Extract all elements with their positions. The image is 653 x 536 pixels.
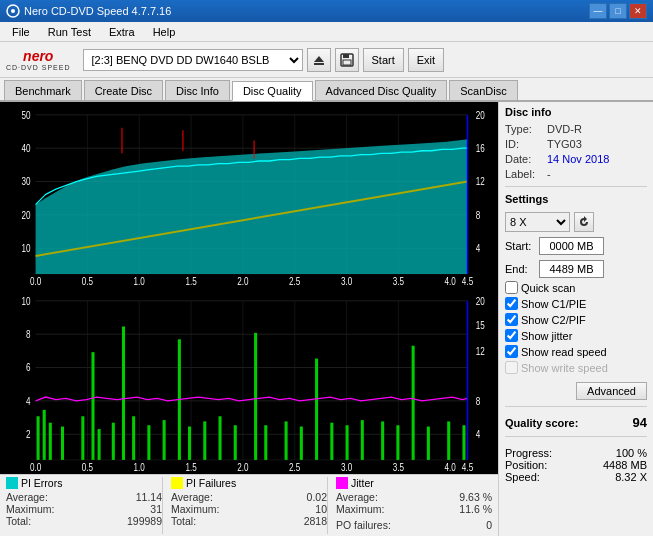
disc-date-row: Date: 14 Nov 2018 — [505, 153, 647, 165]
start-mb-input[interactable] — [539, 237, 604, 255]
show-read-speed-checkbox[interactable] — [505, 345, 518, 358]
pi-failures-total-value: 2818 — [304, 515, 327, 527]
upper-chart: 50 40 30 20 10 20 16 12 8 4 0.0 0.5 — [0, 102, 498, 288]
svg-text:8: 8 — [476, 396, 481, 407]
svg-rect-72 — [147, 425, 150, 460]
show-jitter-checkbox[interactable] — [505, 329, 518, 342]
drive-select[interactable]: [2:3] BENQ DVD DD DW1640 BSLB — [83, 49, 303, 71]
svg-rect-3 — [314, 63, 324, 65]
pi-errors-total-value: 199989 — [127, 515, 162, 527]
pi-failures-average-label: Average: — [171, 491, 213, 503]
tab-advanced-disc-quality[interactable]: Advanced Disc Quality — [315, 80, 448, 100]
show-jitter-row: Show jitter — [505, 329, 647, 342]
quick-scan-checkbox[interactable] — [505, 281, 518, 294]
logo-sub: CD·DVD SPEED — [6, 64, 71, 71]
disc-id-value: TYG03 — [547, 138, 582, 150]
quick-scan-label: Quick scan — [521, 282, 575, 294]
svg-text:1.0: 1.0 — [134, 277, 145, 288]
svg-text:15: 15 — [476, 320, 485, 331]
svg-text:0.5: 0.5 — [82, 463, 93, 474]
svg-rect-69 — [112, 423, 115, 460]
minimize-button[interactable]: — — [589, 3, 607, 19]
tab-disc-info[interactable]: Disc Info — [165, 80, 230, 100]
disc-label-label: Label: — [505, 168, 543, 180]
pi-failures-stats: PI Failures Average: 0.02 Maximum: 10 To… — [162, 477, 327, 534]
svg-rect-88 — [396, 425, 399, 460]
title-bar: Nero CD-DVD Speed 4.7.7.16 — □ ✕ — [0, 0, 653, 22]
svg-text:4.0: 4.0 — [445, 277, 456, 288]
pi-errors-total-label: Total: — [6, 515, 31, 527]
show-jitter-label: Show jitter — [521, 330, 572, 342]
progress-section: Progress: 100 % Position: 4488 MB Speed:… — [505, 447, 647, 483]
jitter-average-value: 9.63 % — [459, 491, 492, 503]
svg-rect-65 — [61, 427, 64, 460]
jitter-legend-label: Jitter — [351, 477, 374, 489]
show-write-speed-checkbox[interactable] — [505, 361, 518, 374]
svg-text:40: 40 — [21, 143, 30, 154]
svg-text:2.5: 2.5 — [289, 463, 300, 474]
disc-info-title: Disc info — [505, 106, 647, 118]
menu-help[interactable]: Help — [145, 24, 184, 40]
pi-errors-stats: PI Errors Average: 11.14 Maximum: 31 Tot… — [6, 477, 162, 534]
pi-failures-max-value: 10 — [315, 503, 327, 515]
disc-type-row: Type: DVD-R — [505, 123, 647, 135]
svg-text:3.0: 3.0 — [341, 277, 352, 288]
svg-rect-83 — [315, 359, 318, 460]
menu-run-test[interactable]: Run Test — [40, 24, 99, 40]
svg-rect-90 — [427, 427, 430, 460]
svg-text:2: 2 — [26, 429, 31, 440]
disc-date-label: Date: — [505, 153, 543, 165]
eject-button[interactable] — [307, 48, 331, 72]
disc-id-label: ID: — [505, 138, 543, 150]
save-button[interactable] — [335, 48, 359, 72]
show-c2pif-checkbox[interactable] — [505, 313, 518, 326]
svg-rect-6 — [343, 60, 351, 65]
start-mb-row: Start: — [505, 237, 647, 255]
progress-row: Progress: 100 % — [505, 447, 647, 459]
svg-rect-91 — [447, 421, 450, 459]
speed-select[interactable]: Max2 X4 X8 X12 X16 X — [505, 212, 570, 232]
pi-failures-max-label: Maximum: — [171, 503, 219, 515]
end-mb-input[interactable] — [539, 260, 604, 278]
menu-extra[interactable]: Extra — [101, 24, 143, 40]
tab-disc-quality[interactable]: Disc Quality — [232, 81, 313, 101]
advanced-button[interactable]: Advanced — [576, 382, 647, 400]
refresh-button[interactable] — [574, 212, 594, 232]
speed-value: 8.32 X — [615, 471, 647, 483]
maximize-button[interactable]: □ — [609, 3, 627, 19]
svg-rect-76 — [203, 421, 206, 459]
jitter-max-label: Maximum: — [336, 503, 384, 515]
tab-scan-disc[interactable]: ScanDisc — [449, 80, 517, 100]
svg-rect-75 — [188, 427, 191, 460]
svg-rect-82 — [300, 427, 303, 460]
speed-row: Speed: 8.32 X — [505, 471, 647, 483]
position-value: 4488 MB — [603, 459, 647, 471]
svg-text:12: 12 — [476, 346, 485, 357]
po-failures-label: PO failures: — [336, 519, 391, 531]
show-c1pie-checkbox[interactable] — [505, 297, 518, 310]
disc-type-label: Type: — [505, 123, 543, 135]
exit-button[interactable]: Exit — [408, 48, 444, 72]
start-mb-label: Start: — [505, 240, 535, 252]
svg-text:10: 10 — [21, 243, 30, 254]
logo-nero: nero — [23, 48, 53, 64]
svg-rect-81 — [285, 421, 288, 459]
jitter-average-label: Average: — [336, 491, 378, 503]
menu-file[interactable]: File — [4, 24, 38, 40]
svg-text:8: 8 — [476, 210, 481, 221]
quality-score-value: 94 — [633, 415, 647, 430]
close-button[interactable]: ✕ — [629, 3, 647, 19]
svg-marker-2 — [314, 56, 324, 62]
show-c1pie-row: Show C1/PIE — [505, 297, 647, 310]
stats-bar: PI Errors Average: 11.14 Maximum: 31 Tot… — [0, 474, 498, 536]
tab-create-disc[interactable]: Create Disc — [84, 80, 163, 100]
show-read-speed-label: Show read speed — [521, 346, 607, 358]
svg-text:4: 4 — [476, 243, 481, 254]
svg-rect-86 — [361, 420, 364, 460]
start-button[interactable]: Start — [363, 48, 404, 72]
svg-rect-78 — [234, 425, 237, 460]
disc-id-row: ID: TYG03 — [505, 138, 647, 150]
window-controls[interactable]: — □ ✕ — [589, 3, 647, 19]
tab-benchmark[interactable]: Benchmark — [4, 80, 82, 100]
end-mb-row: End: — [505, 260, 647, 278]
